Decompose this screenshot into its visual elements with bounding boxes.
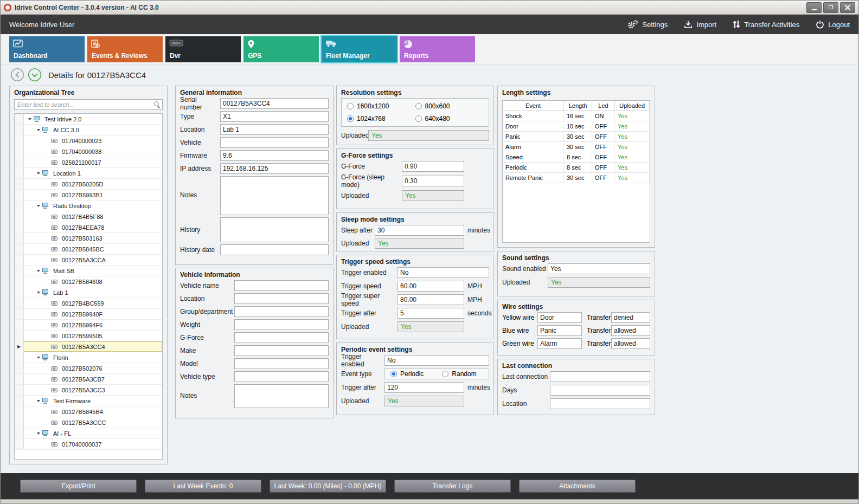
trigger-enabled-input[interactable] — [398, 267, 489, 278]
last-week-stats-button[interactable]: Last Week: 0.00 (Miles) - 0.00 (MPH) — [270, 480, 386, 493]
weight-input[interactable] — [234, 319, 329, 330]
tree-item-00127b4eea78[interactable]: 00127B4EEA78 — [15, 222, 162, 233]
last-connection-input[interactable] — [550, 371, 650, 382]
settings-button[interactable]: Settings — [627, 20, 668, 29]
blue-wire-transfer-input[interactable] — [611, 325, 650, 336]
tab-reports[interactable]: Reports — [400, 36, 475, 62]
tree-item-test-idrive-2-0[interactable]: Test Idrive 2.0 — [15, 114, 162, 125]
transfer-activities-button[interactable]: Transfer Activities — [733, 20, 799, 29]
history-textarea[interactable] — [220, 217, 329, 242]
radio-1024x768[interactable]: 1024x768 — [347, 115, 415, 122]
green-wire-input[interactable] — [537, 338, 582, 349]
tree-item-00127b5994f6[interactable]: 00127B5994F6 — [15, 320, 162, 331]
tab-fleet-manager[interactable]: Fleet Manager — [322, 36, 397, 62]
column-header-led[interactable]: Led — [592, 101, 615, 111]
tree-item-017040000038[interactable]: 017040000038 — [15, 146, 162, 157]
radio-periodic[interactable]: Periodic — [390, 370, 424, 378]
tree-item-00127b502076[interactable]: 00127B502076 — [15, 363, 162, 374]
search-input[interactable] — [14, 99, 163, 110]
tree-item-00127b5a3cc4[interactable]: ▶00127B5A3CC4 — [15, 341, 162, 352]
column-header-length[interactable]: Length — [564, 101, 592, 111]
tree-item-ai-cc-3-0[interactable]: AI CC 3.0 — [15, 125, 162, 135]
tree-item-lab-1[interactable]: Lab 1 — [15, 287, 162, 298]
tree-item-00127b5a3cca[interactable]: 00127B5A3CCA — [15, 255, 162, 266]
tree-item-matt-sb[interactable]: Matt SB — [15, 266, 162, 276]
tree-item-017040000023[interactable]: 017040000023 — [15, 135, 162, 146]
periodic-after-input[interactable] — [384, 382, 464, 393]
expander-icon[interactable] — [35, 396, 42, 406]
vehicle-gforce-input[interactable] — [234, 332, 329, 343]
last-connection-location-input[interactable] — [550, 398, 650, 409]
expander-icon[interactable] — [26, 114, 33, 124]
vehicle-notes-textarea[interactable] — [234, 384, 329, 408]
tree-item-00127b4bc559[interactable]: 00127B4BC559 — [15, 298, 162, 309]
yellow-wire-input[interactable] — [537, 312, 582, 323]
make-input[interactable] — [234, 345, 329, 356]
model-input[interactable] — [234, 358, 329, 369]
logout-button[interactable]: Logout — [816, 20, 850, 29]
expander-icon[interactable] — [35, 125, 42, 135]
tree-item-00127b503163[interactable]: 00127B503163 — [15, 233, 162, 244]
attachments-button[interactable]: Attachments — [519, 480, 636, 493]
radio-random[interactable]: Random — [442, 370, 476, 378]
history-date-input[interactable] — [220, 244, 329, 255]
tree-item-00127b5845b4[interactable]: 00127B5845B4 — [15, 406, 162, 417]
blue-wire-input[interactable] — [537, 325, 582, 336]
periodic-enabled-input[interactable] — [384, 355, 489, 366]
serial-number-input[interactable] — [220, 98, 329, 109]
vehicle-location-input[interactable] — [234, 293, 329, 304]
tree-item-00127b584608[interactable]: 00127B584608 — [15, 276, 162, 287]
tree-item-00127b5993b1[interactable]: 00127B5993B1 — [15, 190, 162, 201]
tree-item-ai-fl[interactable]: AI - FL — [15, 428, 162, 439]
expander-icon[interactable] — [35, 168, 42, 178]
tree-item-test-firmware[interactable]: Test Firmware — [15, 396, 162, 406]
tree-item-00127b4b5f88[interactable]: 00127B4B5F88 — [15, 211, 162, 222]
tab-gps[interactable]: GPS — [243, 36, 319, 62]
radio-800x600[interactable]: 800x600 — [415, 102, 484, 110]
tree-item-00127b50205d[interactable]: 00127B50205D — [15, 179, 162, 190]
tree-item-025821100017[interactable]: 025821100017 — [15, 157, 162, 168]
tree-item-location-1[interactable]: Location 1 — [15, 168, 162, 179]
tab-events-reviews[interactable]: Events & Reviews — [87, 36, 163, 62]
minimize-button[interactable] — [806, 2, 822, 13]
tree-item-017040000037[interactable]: 017040000037 — [15, 439, 162, 450]
ip-address-input[interactable] — [220, 163, 329, 174]
tree-item-00127b5845bc[interactable]: 00127B5845BC — [15, 244, 162, 255]
column-header-uploaded[interactable]: Uploaded — [615, 101, 650, 111]
tab-dashboard[interactable]: Dashboard — [9, 36, 85, 62]
maximize-button[interactable] — [823, 2, 838, 13]
tree-item-00127b59940f[interactable]: 00127B59940F — [15, 309, 162, 320]
back-button[interactable] — [10, 68, 24, 82]
type-input[interactable] — [220, 111, 329, 122]
sleep-after-input[interactable] — [375, 225, 464, 236]
gforce-input[interactable] — [402, 161, 464, 172]
trigger-speed-input[interactable] — [398, 281, 464, 292]
tab-dvr[interactable]: MEDIA Dvr — [165, 36, 241, 62]
tree-item-radu-desktop[interactable]: Radu Desktop — [15, 201, 162, 211]
days-input[interactable] — [550, 385, 650, 396]
group-department-input[interactable] — [234, 306, 329, 317]
tree-item-florin[interactable]: Florin — [15, 352, 162, 363]
expander-icon[interactable] — [35, 201, 42, 211]
trigger-after-input[interactable] — [398, 308, 464, 319]
expander-icon[interactable] — [35, 266, 42, 276]
vehicle-type-input[interactable] — [234, 371, 329, 382]
tree-item-00127b5a3cc3[interactable]: 00127B5A3CC3 — [15, 385, 162, 396]
scroll-down-button[interactable] — [28, 68, 42, 82]
firmware-input[interactable] — [220, 150, 329, 161]
trigger-super-speed-input[interactable] — [398, 294, 464, 305]
transfer-logs-button[interactable]: Transfer Logs — [394, 480, 511, 493]
expander-icon[interactable] — [35, 287, 42, 298]
gforce-sleep-mode-input[interactable] — [402, 176, 464, 186]
tree-item-00127b5a3cb7[interactable]: 00127B5A3CB7 — [15, 374, 162, 385]
radio-1600x1200[interactable]: 1600x1200 — [347, 102, 415, 110]
close-button[interactable] — [840, 2, 855, 13]
vehicle-input[interactable] — [220, 137, 329, 148]
expander-icon[interactable] — [35, 352, 42, 363]
green-wire-transfer-input[interactable] — [611, 338, 650, 349]
notes-textarea[interactable] — [220, 176, 329, 215]
yellow-wire-transfer-input[interactable] — [611, 312, 650, 323]
location-input[interactable] — [220, 124, 329, 135]
tree-item-00127b599505[interactable]: 00127B599505 — [15, 331, 162, 341]
column-header-event[interactable]: Event — [503, 101, 564, 111]
